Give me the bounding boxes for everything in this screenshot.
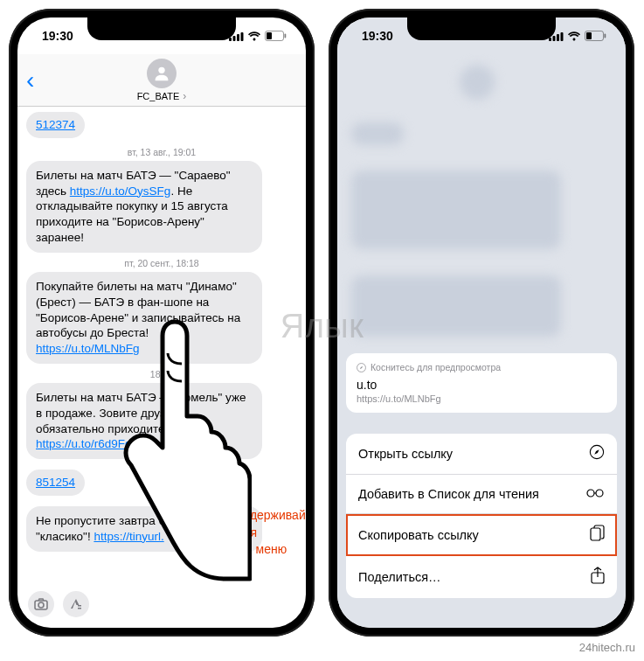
menu-copy-link[interactable]: Скопировать ссылку <box>346 514 617 556</box>
svg-rect-15 <box>586 32 592 39</box>
svg-point-20 <box>596 490 603 497</box>
wifi-icon <box>247 31 261 41</box>
svg-rect-13 <box>561 32 564 41</box>
svg-rect-6 <box>285 34 287 38</box>
status-time: 19:30 <box>42 29 73 43</box>
compass-icon <box>589 444 605 463</box>
svg-point-19 <box>587 490 594 497</box>
preview-title: u.to <box>357 378 606 392</box>
share-icon <box>591 567 605 588</box>
battery-icon <box>265 31 287 41</box>
screen-left: 19:30 ‹ FC_BATE 512374 <box>17 17 306 628</box>
svg-point-9 <box>38 602 44 608</box>
timestamp: вт, 13 авг., 19:01 <box>26 147 297 157</box>
notch <box>87 17 236 40</box>
phone-right: 19:30 Коснитесь для предпросмотра u.to h… <box>329 9 634 637</box>
menu-label: Добавить в Список для чтения <box>358 486 539 502</box>
finger-icon <box>112 317 252 588</box>
apps-icon[interactable] <box>63 591 89 617</box>
menu-open-link[interactable]: Открыть ссылку <box>346 434 617 475</box>
contact-name: FC_BATE <box>137 90 187 102</box>
link[interactable]: 851254 <box>36 476 75 489</box>
svg-rect-1 <box>233 36 236 41</box>
svg-rect-16 <box>605 34 606 38</box>
link[interactable]: https://u.to/OysSFg <box>70 184 171 198</box>
preview-hint: Коснитесь для предпросмотра <box>357 362 606 372</box>
menu-add-reading-list[interactable]: Добавить в Список для чтения <box>346 475 617 514</box>
contact-info[interactable]: FC_BATE <box>137 59 187 102</box>
timestamp: пт, 20 сент., 18:18 <box>26 258 297 268</box>
svg-rect-2 <box>237 34 239 41</box>
svg-rect-12 <box>557 34 559 41</box>
link-preview-card[interactable]: Коснитесь для предпросмотра u.to https:/… <box>346 353 617 413</box>
copy-icon <box>590 525 605 545</box>
status-icons <box>229 31 287 41</box>
menu-label: Скопировать ссылку <box>358 528 479 542</box>
notch <box>407 17 556 40</box>
safari-icon <box>357 363 366 372</box>
svg-rect-11 <box>553 36 556 41</box>
svg-rect-5 <box>267 32 272 39</box>
avatar <box>147 59 177 88</box>
camera-icon[interactable] <box>28 591 54 617</box>
wifi-icon <box>567 31 581 41</box>
link[interactable]: 512374 <box>36 118 75 131</box>
header: ‹ FC_BATE <box>17 54 306 107</box>
preview-url: https://u.to/MLNbFg <box>357 393 606 404</box>
menu-label: Поделиться… <box>358 570 441 584</box>
context-menu: Открыть ссылку Добавить в Список для чте… <box>346 434 617 598</box>
menu-share[interactable]: Поделиться… <box>346 556 617 598</box>
message-bubble[interactable]: 851254 <box>26 470 85 496</box>
status-time: 19:30 <box>362 29 393 43</box>
svg-rect-3 <box>241 32 244 41</box>
credit-text: 24hitech.ru <box>579 641 635 654</box>
svg-rect-21 <box>591 528 600 540</box>
status-icons <box>549 31 606 41</box>
glasses-icon <box>585 485 605 503</box>
message-bubble[interactable]: 512374 <box>26 112 85 138</box>
battery-icon <box>585 31 606 41</box>
message-bubble[interactable]: Билеты на матч БАТЭ — "Сараево" здесь ht… <box>26 161 262 253</box>
composer <box>17 588 306 621</box>
screen-right: 19:30 Коснитесь для предпросмотра u.to h… <box>337 17 626 628</box>
back-button[interactable]: ‹ <box>26 68 34 93</box>
svg-point-7 <box>158 66 164 73</box>
phone-left: 19:30 ‹ FC_BATE 512374 <box>9 9 315 637</box>
menu-label: Открыть ссылку <box>358 447 453 461</box>
